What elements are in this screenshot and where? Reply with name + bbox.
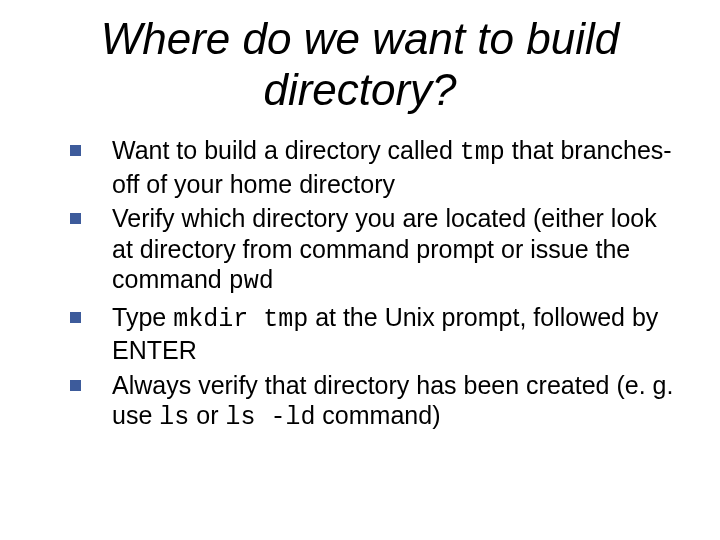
list-item: Always verify that directory has been cr… <box>70 370 680 434</box>
code-segment: mkdir tmp <box>173 305 308 334</box>
bullet-icon <box>70 145 81 156</box>
code-segment: ls <box>159 403 189 432</box>
text-segment: or <box>189 401 225 429</box>
text-segment: Verify which directory you are located (… <box>112 204 657 293</box>
bullet-icon <box>70 312 81 323</box>
text-segment: Type <box>112 303 173 331</box>
list-item: Want to build a directory called tmp tha… <box>70 135 680 199</box>
list-item: Type mkdir tmp at the Unix prompt, follo… <box>70 302 680 366</box>
list-item: Verify which directory you are located (… <box>70 203 680 298</box>
code-segment: ls -ld <box>225 403 315 432</box>
code-segment: tmp <box>460 138 505 167</box>
bullet-icon <box>70 380 81 391</box>
text-segment: Want to build a directory called <box>112 136 460 164</box>
slide-title: Where do we want to build directory? <box>0 0 720 125</box>
code-segment: pwd <box>229 267 274 296</box>
bullet-icon <box>70 213 81 224</box>
bullet-list: Want to build a directory called tmp tha… <box>70 135 680 434</box>
slide: Where do we want to build directory? Wan… <box>0 0 720 540</box>
text-segment: command) <box>315 401 440 429</box>
slide-content: Want to build a directory called tmp tha… <box>0 125 720 434</box>
